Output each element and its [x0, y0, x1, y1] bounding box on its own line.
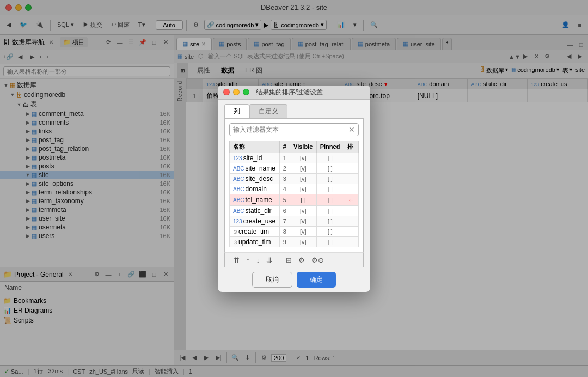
- col-row-site_desc: ABCsite_desc 3 [v] [ ]: [230, 173, 359, 184]
- type-icon-str3: ABC: [233, 186, 244, 192]
- dialog-max-btn[interactable]: [243, 89, 249, 95]
- dialog-action-buttons: 取消 确定: [218, 267, 370, 292]
- dialog-tab-custom[interactable]: 自定义: [249, 104, 287, 118]
- red-arrow: ←: [347, 196, 355, 204]
- dialog-title: 结果集的排序/过滤设置: [256, 88, 323, 97]
- col-row-domain: ABCdomain 4 [v] [ ]: [230, 184, 359, 194]
- move-bottom[interactable]: ⇊: [264, 255, 274, 265]
- dialog-tab-bar: 列 自定义: [218, 100, 370, 118]
- type-icon-int2: 123: [233, 218, 242, 224]
- custom-settings[interactable]: ⚙⊙: [309, 255, 326, 265]
- col-row-tel_name: ABCtel_name 5 [ ] [ ] ←: [230, 194, 359, 205]
- dialog-col-toolbar: ⇈ ↑ ↓ ⇊ ⊞ ⚙ ⚙⊙: [224, 252, 364, 267]
- dialog-filter-box: ✕: [229, 123, 359, 136]
- col-header-visible: Visible: [290, 141, 317, 153]
- filter-sort-dialog: 结果集的排序/过滤设置 列 自定义 ✕ 名称 # Visible Pinned …: [218, 86, 370, 292]
- dialog-filter-input[interactable]: [233, 126, 348, 133]
- dialog-filter-clear[interactable]: ✕: [348, 125, 355, 134]
- col-header-pinned: Pinned: [316, 141, 344, 153]
- col-row-create_use: 123create_use 7 [v] [ ]: [230, 216, 359, 226]
- col-row-static_dir: ABCstatic_dir 6 [v] [ ]: [230, 205, 359, 216]
- move-down[interactable]: ↓: [254, 255, 262, 265]
- col-row-site_name: ABCsite_name 2 [v] [ ]: [230, 163, 359, 173]
- type-icon-str4: ABC: [233, 197, 244, 203]
- dialog-titlebar: 结果集的排序/过滤设置: [218, 86, 370, 100]
- type-icon-time: ⊙: [233, 229, 237, 235]
- cancel-button[interactable]: 取消: [252, 272, 292, 288]
- col-header-order: 排: [344, 141, 358, 153]
- dialog-body: ✕ 名称 # Visible Pinned 排 123site_id 1: [224, 118, 364, 252]
- show-all[interactable]: ⊞: [284, 255, 294, 265]
- dialog-overlay: 结果集的排序/过滤设置 列 自定义 ✕ 名称 # Visible Pinned …: [0, 0, 588, 377]
- ok-button[interactable]: 确定: [297, 272, 336, 288]
- col-header-name: 名称: [230, 141, 280, 153]
- type-icon-int: 123: [233, 155, 242, 161]
- col-row-create_tim: ⊙create_tim 8 [v] [ ]: [230, 226, 359, 236]
- column-config-table: 名称 # Visible Pinned 排 123site_id 1 [v] […: [229, 141, 359, 247]
- col-row-site_id: 123site_id 1 [v] [ ]: [230, 153, 359, 163]
- col-header-num: #: [279, 141, 290, 153]
- dialog-min-btn[interactable]: [233, 89, 240, 95]
- toolbar-divider: [279, 256, 279, 264]
- type-icon-str2: ABC: [233, 176, 244, 182]
- dialog-tab-columns[interactable]: 列: [224, 104, 249, 118]
- move-top[interactable]: ⇈: [231, 255, 242, 265]
- reset-btn[interactable]: ⚙: [296, 255, 307, 265]
- move-up[interactable]: ↑: [244, 255, 252, 265]
- type-icon-time2: ⊙: [233, 239, 237, 245]
- dialog-close-btn[interactable]: [223, 89, 230, 95]
- type-icon-str: ABC: [233, 166, 244, 172]
- type-icon-str5: ABC: [233, 208, 244, 214]
- col-row-update_tim: ⊙update_tim 9 [v] [ ]: [230, 236, 359, 247]
